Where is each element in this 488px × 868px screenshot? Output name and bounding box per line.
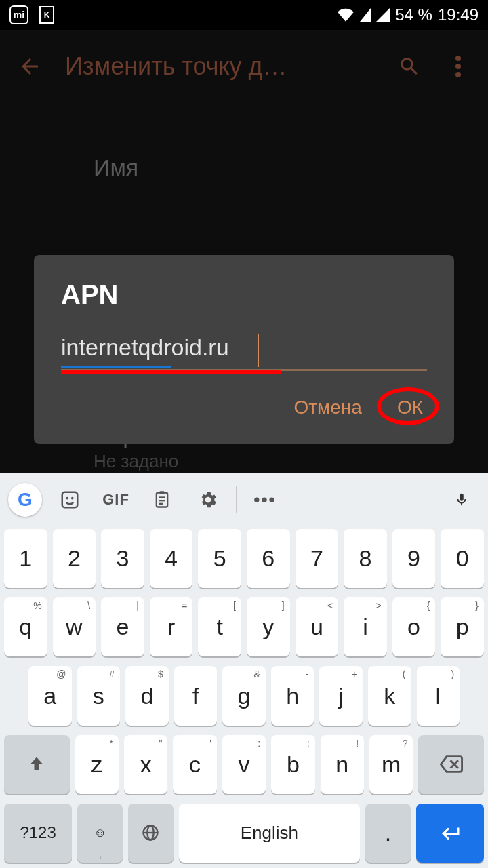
gear-icon[interactable] [190,481,226,518]
keyboard-toolbar: G GIF ••• [0,473,488,526]
key-4[interactable]: 4 [150,529,193,588]
app-bar: Изменить точку д… [0,30,488,103]
apn-input[interactable] [61,334,427,365]
svg-point-1 [455,64,461,69]
annotation-red-circle [377,387,439,425]
key-d[interactable]: d$ [125,666,169,725]
key-a[interactable]: a@ [28,666,72,725]
key-5[interactable]: 5 [198,529,241,588]
ok-button[interactable]: ОК [397,397,423,418]
key-j[interactable]: j+ [319,666,363,725]
apn-dialog: APN Отмена ОК [34,255,454,444]
shift-key[interactable] [4,735,70,794]
key-x[interactable]: x" [124,735,167,794]
signal-sim2-icon [376,8,390,22]
period-key[interactable]: . [365,804,411,863]
key-q[interactable]: q% [4,597,47,656]
svg-point-0 [455,56,461,61]
backspace-key[interactable] [418,735,484,794]
emoji-key[interactable]: ☺ , [77,804,123,863]
signal-sim1-icon [360,8,371,22]
key-6[interactable]: 6 [247,529,290,588]
toolbar-separator [236,486,237,513]
key-f[interactable]: f_ [174,666,218,725]
key-z[interactable]: z* [75,735,119,794]
annotation-red-underline [61,370,281,374]
cancel-button[interactable]: Отмена [293,397,361,418]
battery-percent: 54 % [395,5,432,24]
key-3[interactable]: 3 [101,529,144,588]
search-icon[interactable] [396,53,423,80]
key-p[interactable]: p} [441,597,484,656]
key-n[interactable]: n! [321,735,364,794]
status-bar: mi K 54 % 19:49 [0,0,488,30]
clipboard-icon[interactable] [144,481,180,518]
svg-point-4 [66,497,68,500]
back-icon[interactable] [16,53,43,80]
key-1[interactable]: 1 [4,529,47,588]
sticker-icon[interactable] [52,481,88,518]
input-underline-blue [61,366,171,368]
space-key[interactable]: English [179,804,360,863]
key-v[interactable]: v: [222,735,266,794]
svg-rect-3 [62,492,78,508]
key-r[interactable]: r= [150,597,193,656]
key-h[interactable]: h- [271,666,314,725]
svg-point-2 [455,72,461,77]
key-o[interactable]: o{ [392,597,436,656]
page-title: Изменить точку д… [65,52,374,81]
key-2[interactable]: 2 [53,529,96,588]
mi-badge-icon: mi [9,5,28,24]
key-y[interactable]: y] [247,597,290,656]
key-t[interactable]: t[ [198,597,241,656]
key-8[interactable]: 8 [344,529,387,588]
gif-button[interactable]: GIF [98,481,134,518]
language-key[interactable] [128,804,174,863]
key-0[interactable]: 0 [441,529,484,588]
key-u[interactable]: u< [296,597,339,656]
key-g[interactable]: g& [222,666,266,725]
key-b[interactable]: b; [271,735,314,794]
symbols-key[interactable]: ?123 [4,804,72,863]
key-k[interactable]: k( [368,666,411,725]
key-l[interactable]: l) [417,666,460,725]
text-cursor [258,334,259,367]
svg-point-5 [71,497,74,500]
enter-key[interactable] [416,804,484,863]
keyboard: G GIF ••• 1234567890 q%w\e|r=t[y]u<i>o{p… [0,473,488,868]
key-i[interactable]: i> [344,597,387,656]
key-7[interactable]: 7 [296,529,339,588]
mic-icon[interactable] [443,481,480,518]
clock: 19:49 [438,5,479,24]
key-9[interactable]: 9 [392,529,436,588]
svg-rect-7 [160,491,165,494]
key-w[interactable]: w\ [53,597,96,656]
key-e[interactable]: e| [101,597,144,656]
key-c[interactable]: c' [173,735,216,794]
wifi-icon [337,8,354,22]
google-icon[interactable]: G [8,483,42,517]
k-badge-icon: K [39,6,54,24]
overflow-menu-icon[interactable] [445,53,472,80]
dialog-title: APN [61,279,427,310]
key-s[interactable]: s# [77,666,121,725]
more-icon[interactable]: ••• [247,481,283,518]
key-m[interactable]: m? [369,735,413,794]
